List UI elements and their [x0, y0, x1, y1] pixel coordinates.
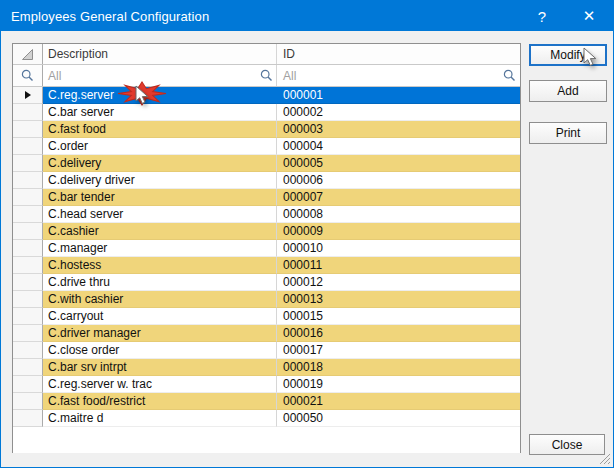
employees-grid: Description ID All All: [12, 43, 521, 453]
description-cell: C.bar server: [43, 104, 277, 121]
table-row[interactable]: C.manager000010: [13, 240, 520, 257]
id-cell: 000003: [276, 121, 520, 138]
id-cell: 000004: [276, 138, 520, 155]
id-cell: 000017: [276, 342, 520, 359]
id-cell: 000019: [276, 376, 520, 393]
row-header-cell: [13, 325, 43, 342]
description-cell: C.manager: [43, 240, 277, 257]
description-cell: C.bar srv intrpt: [43, 359, 277, 376]
row-header-cell: [13, 342, 43, 359]
description-cell: C.drive thru: [43, 274, 277, 291]
table-row[interactable]: C.bar server000002: [13, 104, 520, 121]
print-button[interactable]: Print: [529, 122, 607, 144]
id-cell: 000005: [276, 155, 520, 172]
description-cell: C.driver manager: [43, 325, 277, 342]
grid-rows: C.reg.server000001C.bar server000002C.fa…: [13, 87, 520, 427]
id-cell: 000050: [276, 410, 520, 427]
row-header-cell: [13, 138, 43, 155]
row-header-cell: [13, 308, 43, 325]
row-header-cell: [13, 359, 43, 376]
window-title: Employees General Configuration: [1, 9, 209, 24]
search-icon: [260, 69, 273, 82]
add-button-label: Add: [557, 84, 578, 98]
row-header-cell: [13, 240, 43, 257]
window-close-button[interactable]: ✕: [568, 1, 610, 31]
grid-corner-cell[interactable]: [13, 44, 43, 64]
table-row[interactable]: C.driver manager000016: [13, 325, 520, 342]
table-row[interactable]: C.head server000008: [13, 206, 520, 223]
description-cell: C.with cashier: [43, 291, 277, 308]
id-cell: 000012: [276, 274, 520, 291]
filter-row-header-cell[interactable]: [13, 65, 43, 86]
grid-filter-row: All All: [13, 65, 520, 87]
id-cell: 000018: [276, 359, 520, 376]
filter-placeholder: All: [283, 69, 503, 83]
table-row[interactable]: C.hostess000011: [13, 257, 520, 274]
table-row[interactable]: C.drive thru000012: [13, 274, 520, 291]
grid-header-row: Description ID: [13, 44, 520, 65]
titlebar[interactable]: Employees General Configuration ? ✕: [1, 1, 613, 31]
id-cell: 000011: [276, 257, 520, 274]
description-cell: C.reg.server w. trac: [43, 376, 277, 393]
modify-button[interactable]: Modify: [529, 44, 607, 66]
row-header-cell: [13, 87, 43, 104]
id-cell: 000001: [276, 87, 520, 104]
description-cell: C.order: [43, 138, 277, 155]
description-cell: C.close order: [43, 342, 277, 359]
id-cell: 000007: [276, 189, 520, 206]
id-cell: 000002: [276, 104, 520, 121]
description-cell: C.bar tender: [43, 189, 277, 206]
column-header-id[interactable]: ID: [276, 44, 520, 64]
row-header-cell: [13, 410, 43, 427]
table-row[interactable]: C.bar srv intrpt000018: [13, 359, 520, 376]
row-header-cell: [13, 155, 43, 172]
table-row[interactable]: C.fast food/restrict000021: [13, 393, 520, 410]
table-row[interactable]: C.carryout000015: [13, 308, 520, 325]
description-cell: C.delivery: [43, 155, 277, 172]
id-cell: 000021: [276, 393, 520, 410]
id-cell: 000006: [276, 172, 520, 189]
row-header-cell: [13, 291, 43, 308]
search-icon: [21, 69, 34, 82]
row-header-cell: [13, 257, 43, 274]
id-cell: 000010: [276, 240, 520, 257]
id-filter-input[interactable]: All: [276, 65, 520, 86]
table-row[interactable]: C.bar tender000007: [13, 189, 520, 206]
add-button[interactable]: Add: [529, 80, 607, 102]
table-row[interactable]: C.delivery000005: [13, 155, 520, 172]
description-cell: C.fast food/restrict: [43, 393, 277, 410]
row-header-cell: [13, 206, 43, 223]
grid-empty-area: [13, 427, 520, 453]
description-cell: C.reg.server: [43, 87, 277, 104]
close-dialog-button[interactable]: Close: [529, 434, 605, 455]
description-cell: C.fast food: [43, 121, 277, 138]
table-row[interactable]: C.cashier000009: [13, 223, 520, 240]
description-filter-input[interactable]: All: [43, 65, 277, 86]
modify-button-label: Modify: [550, 48, 585, 62]
table-row[interactable]: C.fast food000003: [13, 121, 520, 138]
table-row[interactable]: C.reg.server000001: [13, 87, 520, 104]
help-button[interactable]: ?: [521, 1, 563, 31]
table-row[interactable]: C.reg.server w. trac000019: [13, 376, 520, 393]
current-row-indicator-icon: [25, 91, 31, 99]
table-row[interactable]: C.order000004: [13, 138, 520, 155]
dialog-window: Employees General Configuration ? ✕ Desc…: [0, 0, 614, 468]
help-icon: ?: [538, 8, 546, 25]
id-cell: 000009: [276, 223, 520, 240]
description-cell: C.maitre d: [43, 410, 277, 427]
corner-triangle-icon: [21, 48, 34, 61]
column-header-description[interactable]: Description: [43, 44, 277, 64]
print-button-label: Print: [556, 126, 581, 140]
row-header-cell: [13, 376, 43, 393]
row-header-cell: [13, 393, 43, 410]
id-cell: 000016: [276, 325, 520, 342]
table-row[interactable]: C.close order000017: [13, 342, 520, 359]
row-header-cell: [13, 121, 43, 138]
filter-placeholder: All: [48, 69, 260, 83]
table-row[interactable]: C.with cashier000013: [13, 291, 520, 308]
resize-grip[interactable]: [598, 452, 611, 465]
description-cell: C.cashier: [43, 223, 277, 240]
row-header-cell: [13, 104, 43, 121]
table-row[interactable]: C.delivery driver000006: [13, 172, 520, 189]
table-row[interactable]: C.maitre d000050: [13, 410, 520, 427]
